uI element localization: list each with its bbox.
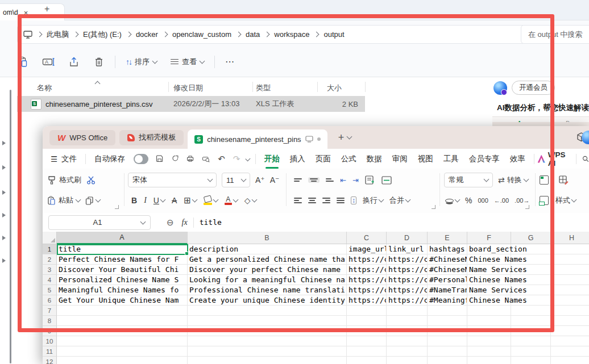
cell-B2[interactable]: Get a personalized Chinese name tha xyxy=(188,254,347,265)
cell-G7[interactable] xyxy=(511,306,551,316)
cell-A7[interactable] xyxy=(57,306,188,316)
cell-E11[interactable] xyxy=(428,346,467,357)
print-icon[interactable] xyxy=(186,154,194,164)
cell-F2[interactable]: Chinese Names xyxy=(467,254,511,265)
align-bottom-icon[interactable] xyxy=(326,178,334,182)
cell-E5[interactable]: #NameTran xyxy=(428,285,467,295)
cell-A5[interactable]: Meaningful Chinese Names fo xyxy=(57,285,188,295)
column-header-D[interactable]: D xyxy=(387,232,428,244)
delete-button[interactable] xyxy=(93,56,105,68)
cell-F5[interactable]: Name Services xyxy=(467,285,511,295)
cell-C9[interactable] xyxy=(347,326,387,336)
cell-F10[interactable] xyxy=(467,336,511,346)
style-button[interactable]: 样式 xyxy=(555,195,576,206)
cell-G12[interactable] xyxy=(511,357,551,364)
cell-F6[interactable]: Chinese Names xyxy=(467,295,511,306)
tab-docer-templates[interactable]: 找稻壳模板 xyxy=(119,130,184,145)
row-header-4[interactable]: 4 xyxy=(43,275,57,285)
cell-name-box[interactable]: A1 xyxy=(48,215,151,230)
cell-H10[interactable] xyxy=(551,336,589,346)
cell-F9[interactable] xyxy=(467,326,511,336)
column-header-F[interactable]: F xyxy=(467,232,511,244)
cell-D3[interactable]: https://c xyxy=(387,265,428,275)
wrap-text-icon[interactable] xyxy=(365,175,375,185)
tree-chevron-icon[interactable] xyxy=(2,190,6,195)
decrease-font-button[interactable]: A⁻ xyxy=(270,175,280,185)
cell-C11[interactable] xyxy=(347,346,387,357)
search-icon[interactable] xyxy=(582,154,589,164)
cell-C4[interactable]: https://c xyxy=(347,275,387,285)
cell-F11[interactable] xyxy=(467,346,511,357)
number-format-select[interactable]: 常规 xyxy=(444,173,493,187)
cell-B3[interactable]: Discover your perfect Chinese name xyxy=(188,265,347,275)
cell-C7[interactable] xyxy=(347,306,387,316)
font-name-select[interactable]: 宋体 xyxy=(128,173,217,187)
align-top-icon[interactable] xyxy=(294,178,302,182)
fx-icon[interactable]: fx xyxy=(182,218,188,227)
cell-A11[interactable] xyxy=(57,346,188,357)
cell-E10[interactable] xyxy=(428,336,467,346)
row-header-2[interactable]: 2 xyxy=(43,254,57,265)
cell-D4[interactable]: https://c xyxy=(387,275,428,285)
font-color-button[interactable]: A xyxy=(225,196,238,205)
ai-analysis-banner[interactable]: AI数据分析，帮您快速解读 xyxy=(492,99,589,117)
increase-font-button[interactable]: A⁺ xyxy=(255,175,265,185)
tree-chevron-icon[interactable] xyxy=(2,236,6,240)
cell-H9[interactable] xyxy=(551,326,589,336)
row-header-12[interactable]: 12 xyxy=(43,357,57,364)
cell-B5[interactable]: Professional Chinese name translati xyxy=(188,285,347,295)
paste-button[interactable] xyxy=(17,56,28,68)
breadcrumb-item-data[interactable]: data xyxy=(246,30,260,39)
cell-D7[interactable] xyxy=(387,306,428,316)
column-header-G[interactable]: G xyxy=(511,232,551,244)
cell-H1[interactable] xyxy=(551,244,589,254)
group-expand-icon[interactable] xyxy=(525,205,529,209)
hamburger-icon[interactable]: ☰ xyxy=(51,154,57,164)
autosave-toggle[interactable] xyxy=(134,154,148,164)
cell-E7[interactable] xyxy=(428,306,467,316)
cell-E2[interactable]: #ChineseN xyxy=(428,254,467,265)
zoom-formula-icon[interactable]: ⊖ xyxy=(167,217,174,228)
close-tab-icon[interactable]: × xyxy=(24,9,28,17)
cell-G9[interactable] xyxy=(511,326,551,336)
decrease-decimal-button[interactable]: ←.00 xyxy=(494,197,509,204)
underline-button[interactable]: U xyxy=(154,196,165,205)
column-header-name[interactable]: 名称 xyxy=(37,83,52,93)
cell-D5[interactable]: https://c xyxy=(387,285,428,295)
cell-B9[interactable] xyxy=(188,326,347,336)
breadcrumb-item-openclaw-custom[interactable]: openclaw_custom xyxy=(172,30,231,39)
group-expand-icon[interactable] xyxy=(115,205,119,209)
explorer-tab[interactable]: om\d × xyxy=(0,3,65,21)
breadcrumb-item-output[interactable]: output xyxy=(323,30,344,39)
cell-H7[interactable] xyxy=(551,306,589,316)
cell-C6[interactable]: https://c xyxy=(347,295,387,306)
search-input[interactable]: 在 output 中搜索 xyxy=(521,25,589,44)
wps-new-tab-button[interactable]: + xyxy=(338,132,345,144)
column-header-size[interactable]: 大小 xyxy=(327,83,342,93)
bold-button[interactable]: B xyxy=(131,196,137,205)
view-button[interactable]: 查看 xyxy=(171,57,204,67)
increase-decimal-button[interactable]: .00→ xyxy=(515,197,529,204)
cell-A10[interactable] xyxy=(57,336,188,346)
cell-G10[interactable] xyxy=(511,336,551,346)
cell-E9[interactable] xyxy=(428,326,467,336)
menu-view[interactable]: 视图 xyxy=(418,154,433,164)
cell-H4[interactable] xyxy=(551,275,589,285)
row-header-10[interactable]: 10 xyxy=(43,336,57,346)
cell-A3[interactable]: Discover Your Beautiful Chi xyxy=(57,265,188,275)
italic-button[interactable]: I xyxy=(144,196,147,205)
cell-D9[interactable] xyxy=(387,326,428,336)
fill-handle[interactable] xyxy=(185,252,189,256)
cell-E1[interactable]: hashtags xyxy=(428,244,467,254)
thousands-separator-button[interactable]: 000 xyxy=(478,197,488,204)
cell-A8[interactable] xyxy=(57,316,188,326)
menu-page[interactable]: 页面 xyxy=(316,154,331,164)
tab-list-chevron-icon[interactable] xyxy=(347,134,352,140)
wrap-button[interactable]: 换行 xyxy=(363,195,383,206)
cell-F12[interactable] xyxy=(467,357,511,364)
share-button[interactable] xyxy=(68,56,80,68)
cell-G8[interactable] xyxy=(511,316,551,326)
format-painter-button[interactable]: 格式刷 xyxy=(47,175,81,185)
cell-H3[interactable] xyxy=(551,265,589,275)
menu-review[interactable]: 审阅 xyxy=(392,154,408,164)
